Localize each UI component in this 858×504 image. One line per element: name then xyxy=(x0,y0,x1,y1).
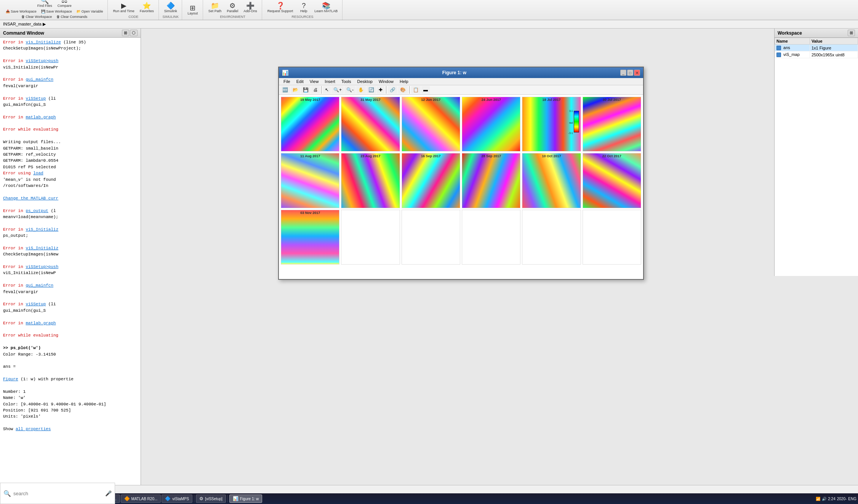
save-workspace-button[interactable]: 💾 Save Workspace xyxy=(39,9,74,14)
breadcrumb: INSAR_master_data ▶ xyxy=(0,20,858,29)
subplot-6[interactable]: 30 Jul 2017 xyxy=(583,97,641,152)
fig-datacursor-btn[interactable]: ✚ xyxy=(377,86,384,94)
subplot-2-title: 31 May 2017 xyxy=(341,98,399,102)
clear-commands-button[interactable]: 🗑 Clear Commands xyxy=(54,14,89,19)
subplot-15-empty xyxy=(402,210,460,265)
workspace-expand-btn[interactable]: ⊞ xyxy=(848,30,855,36)
fig-legend-btn[interactable]: 📋 xyxy=(411,86,421,94)
fig-zoom-in-btn[interactable]: 🔍+ xyxy=(331,86,344,94)
subplot-6-title: 30 Jul 2017 xyxy=(583,98,641,102)
workspace-row[interactable]: viS_map 2500x1965x uint8 xyxy=(775,51,858,58)
matlab-label: MATLAB R20... xyxy=(131,497,158,501)
search-input[interactable] xyxy=(13,491,103,496)
add-ons-button[interactable]: ➕ Add-Ons xyxy=(241,1,259,14)
subplot-10[interactable]: 28 Sep 2017 xyxy=(462,153,520,208)
fig-menu-view[interactable]: View xyxy=(307,78,322,85)
subplot-row-1: 19 May 2017 31 May 2017 12 Jun 2017 xyxy=(281,97,641,152)
subplot-12[interactable]: 22 Oct 2017 xyxy=(583,153,641,208)
cmd-line: Writing output files... xyxy=(3,139,138,145)
subplot-2[interactable]: 31 May 2017 xyxy=(341,97,400,152)
cmd-line: viS_Initialize(isNewPr xyxy=(3,65,138,70)
taskbar-matlab-btn[interactable]: 🔶 MATLAB R20... xyxy=(121,494,161,503)
fig-menu-file[interactable]: File xyxy=(280,78,293,85)
taskbar-sep-3 xyxy=(227,495,228,502)
cmd-expand-btn[interactable]: ⊞ xyxy=(122,30,129,36)
subplot-7[interactable]: 11 Aug 2017 xyxy=(281,153,339,208)
help-button[interactable]: ? Help xyxy=(296,1,311,14)
run-time-icon: ▶ xyxy=(121,2,126,9)
cmd-line: feval(varargir xyxy=(3,83,138,89)
run-and-time-button[interactable]: ▶ Run and Time xyxy=(111,1,137,14)
taskbar: ⊞ 🔵 [INSAR_mas... 📄 stamps 🖥 root@CTN-0.… xyxy=(0,493,858,504)
fig-open-btn[interactable]: 📂 xyxy=(291,86,300,94)
vistamps-icon: 🔷 xyxy=(165,496,171,501)
figure-close-btn[interactable]: ✕ xyxy=(634,70,640,76)
subplot-13-map xyxy=(281,210,339,264)
taskbar-vistamps-btn[interactable]: 🔷 viStaMPS xyxy=(162,494,192,503)
cmd-line xyxy=(3,121,138,126)
parallel-button[interactable]: ⚙ Parallel xyxy=(224,1,240,14)
subplot-8[interactable]: 23 Aug 2017 xyxy=(341,153,400,208)
set-path-button[interactable]: 📁 Set Path xyxy=(206,1,224,14)
subplot-11[interactable]: 10 Oct 2017 xyxy=(522,153,581,208)
favorites-button[interactable]: ⭐ Favorites xyxy=(138,1,156,14)
fig-print-btn[interactable]: 🖨 xyxy=(311,86,320,94)
fig-link-btn[interactable]: 🔗 xyxy=(388,86,397,94)
subplot-5[interactable]: 18 Jul 2017 3.1 -3.1 rad xyxy=(522,97,581,152)
set-path-label: Set Path xyxy=(208,9,222,13)
toolbar-group-environment: 📁 Set Path ⚙ Parallel ➕ Add-Ons ENVIRONM… xyxy=(204,0,262,20)
subplot-18-empty xyxy=(583,210,641,265)
compare-button[interactable]: ⚖ Compare xyxy=(55,0,74,9)
vistamps-label: viStaMPS xyxy=(172,497,189,501)
toolbar-group-resources: ❓ Request Support ? Help 📚 Learn MATLAB … xyxy=(263,0,343,20)
clear-workspace-button[interactable]: 🗑 Clear Workspace xyxy=(19,14,54,19)
fig-new-btn[interactable]: 🆕 xyxy=(280,86,290,94)
figure-menubar: File Edit View Insert Tools Desktop Wind… xyxy=(279,78,643,85)
fig-select-btn[interactable]: ↖ xyxy=(323,86,331,94)
fig-menu-window[interactable]: Window xyxy=(376,78,397,85)
cmd-line xyxy=(3,258,138,264)
toolbar-env-row: 📁 Set Path ⚙ Parallel ➕ Add-Ons xyxy=(206,1,259,14)
cmd-link[interactable]: vis_Initialize xyxy=(26,40,61,45)
taskbar-vissetup-btn[interactable]: ⚙ [viSSetup] xyxy=(196,494,226,503)
subplot-3[interactable]: 12 Jun 2017 xyxy=(402,97,460,152)
figure-maximize-btn[interactable]: □ xyxy=(627,70,633,76)
fig-menu-help[interactable]: Help xyxy=(397,78,411,85)
cmd-line: Units: 'pixels' xyxy=(3,414,138,419)
toolbar-group-code: ▶ Run and Time ⭐ Favorites CODE xyxy=(109,0,159,20)
figure-minimize-btn[interactable]: _ xyxy=(620,70,626,76)
find-files-button[interactable]: 🔍 Find Files xyxy=(35,0,54,9)
fig-menu-edit[interactable]: Edit xyxy=(293,78,307,85)
figure-title: Figure 1: w xyxy=(288,70,620,75)
subplot-9[interactable]: 16 Sep 2017 xyxy=(402,153,460,208)
fig-menu-insert[interactable]: Insert xyxy=(322,78,338,85)
subplot-4[interactable]: 24 Jun 2017 xyxy=(462,97,520,152)
learn-matlab-button[interactable]: 📚 Learn MATLAB xyxy=(312,1,340,14)
cmd-line: ans = xyxy=(3,364,138,370)
import-data-button[interactable]: 📥 Save Workspace xyxy=(4,9,38,14)
learn-label: Learn MATLAB xyxy=(314,9,338,13)
fig-zoom-out-btn[interactable]: 🔍- xyxy=(344,86,355,94)
subplot-1[interactable]: 19 May 2017 xyxy=(281,97,339,152)
workspace-row[interactable]: ans 1x1 Figure xyxy=(775,45,858,51)
fig-rotate-btn[interactable]: 🔄 xyxy=(367,86,376,94)
fig-colorbar-btn[interactable]: ▬ xyxy=(421,86,430,94)
fig-menu-tools[interactable]: Tools xyxy=(338,78,354,85)
cmd-error-line: Error while evaluating xyxy=(3,127,138,132)
fig-save-btn[interactable]: 💾 xyxy=(301,86,311,94)
command-window-content[interactable]: Error in vis_Initialize (line 35) CheckS… xyxy=(0,38,141,496)
fig-colormap-btn[interactable]: 🎨 xyxy=(398,86,408,94)
taskbar-figure-btn[interactable]: 📊 Figure 1: w xyxy=(229,494,262,503)
fig-pan-btn[interactable]: ✋ xyxy=(356,86,366,94)
cmd-line xyxy=(3,108,138,114)
layout-button[interactable]: ⊞ Layout xyxy=(185,3,200,16)
simulink-button[interactable]: 🔷 Simulink xyxy=(162,1,179,14)
request-support-button[interactable]: ❓ Request Support xyxy=(265,1,296,14)
subplot-3-title: 12 Jun 2017 xyxy=(402,98,460,102)
fig-menu-desktop[interactable]: Desktop xyxy=(354,78,376,85)
cmd-line xyxy=(3,239,138,245)
cmd-detach-btn[interactable]: ⬡ xyxy=(130,30,138,36)
open-variable-button[interactable]: 📂 Open Variable xyxy=(75,9,105,14)
breadcrumb-path[interactable]: INSAR_master_data ▶ xyxy=(3,22,46,27)
subplot-13[interactable]: 03 Nov 2017 xyxy=(281,210,339,265)
